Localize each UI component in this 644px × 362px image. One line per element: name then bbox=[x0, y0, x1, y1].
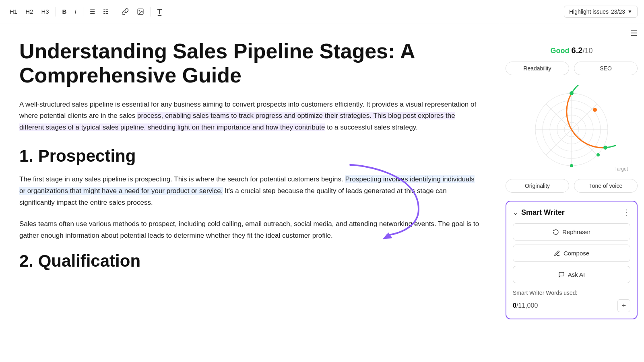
originality-button[interactable]: Originality bbox=[506, 179, 569, 193]
section1-body1: The first stage in any sales pipeline is… bbox=[19, 174, 479, 209]
compose-label: Compose bbox=[564, 250, 589, 257]
score-good-text: Good bbox=[551, 47, 570, 55]
radar-svg bbox=[527, 85, 616, 174]
italic-button[interactable]: I bbox=[71, 6, 79, 16]
smart-writer-title: Smart Writer bbox=[521, 208, 620, 217]
document-title: Understanding Sales Pipeline Stages: A C… bbox=[19, 39, 479, 88]
compose-button[interactable]: Compose bbox=[513, 245, 630, 262]
toolbar: H1 H2 H3 B I ☰ ☷ T̲ Highlight issues 23/… bbox=[0, 0, 644, 23]
unordered-list-button[interactable]: ☷ bbox=[100, 6, 111, 17]
right-panel: ☰ Good 6.2/10 Readability SEO bbox=[499, 23, 644, 362]
separator-2 bbox=[83, 7, 83, 16]
ask-ai-button[interactable]: Ask AI bbox=[513, 266, 630, 283]
score-section: Good 6.2/10 bbox=[499, 43, 644, 62]
svg-point-1 bbox=[139, 10, 140, 11]
issue-count: 23/23 bbox=[611, 8, 625, 15]
add-words-button[interactable]: + bbox=[617, 299, 630, 312]
metric-buttons-bottom: Originality Tone of voice bbox=[499, 179, 644, 197]
smart-writer-chevron-icon[interactable]: ⌄ bbox=[513, 209, 518, 216]
bold-button[interactable]: B bbox=[59, 6, 70, 16]
svg-point-14 bbox=[570, 164, 573, 167]
rephraser-icon bbox=[553, 229, 559, 235]
h2-button[interactable]: H2 bbox=[22, 6, 36, 16]
compose-icon bbox=[554, 250, 560, 257]
score-value: 6.2 bbox=[572, 46, 583, 55]
h1-button[interactable]: H1 bbox=[6, 6, 21, 16]
section1-title: 1. Prospecting bbox=[19, 146, 479, 166]
highlight-issues-button[interactable]: Highlight issues 23/23 ▼ bbox=[564, 6, 638, 18]
rephraser-label: Rephraser bbox=[562, 228, 590, 235]
panel-menu-button[interactable]: ☰ bbox=[630, 28, 638, 38]
ask-ai-label: Ask AI bbox=[568, 271, 585, 278]
separator-3 bbox=[115, 7, 115, 16]
radar-chart: Target bbox=[499, 83, 644, 176]
words-count-row: 0/11,000 + bbox=[513, 299, 630, 312]
rephraser-button[interactable]: Rephraser bbox=[513, 223, 630, 241]
separator-1 bbox=[56, 7, 56, 16]
clear-format-button[interactable]: T̲ bbox=[154, 6, 165, 18]
section1-body2: Sales teams often use various methods to… bbox=[19, 218, 479, 242]
intro-paragraph: A well-structured sales pipeline is esse… bbox=[19, 99, 479, 134]
words-count-display: 0/11,000 bbox=[513, 302, 538, 309]
seo-button[interactable]: SEO bbox=[574, 62, 638, 75]
svg-point-15 bbox=[597, 153, 600, 156]
target-label: Target bbox=[615, 166, 628, 172]
svg-point-11 bbox=[603, 146, 607, 150]
ordered-list-button[interactable]: ☰ bbox=[87, 6, 98, 17]
image-button[interactable] bbox=[134, 6, 147, 17]
section2-title: 2. Qualification bbox=[19, 251, 479, 271]
editor-area[interactable]: Understanding Sales Pipeline Stages: A C… bbox=[0, 23, 499, 362]
smart-writer-header: ⌄ Smart Writer ⋮ bbox=[513, 208, 630, 217]
main-layout: Understanding Sales Pipeline Stages: A C… bbox=[0, 23, 644, 362]
section1-highlight-1: Prospecting involves identifying individ… bbox=[19, 175, 475, 195]
score-denom: /10 bbox=[582, 47, 592, 55]
words-count-total: /11,000 bbox=[516, 302, 538, 309]
smart-writer-menu-button[interactable]: ⋮ bbox=[623, 208, 630, 217]
words-used-label: Smart Writer Words used: bbox=[513, 290, 630, 296]
svg-point-12 bbox=[570, 91, 574, 95]
readability-button[interactable]: Readability bbox=[506, 62, 569, 75]
words-count-value: 0 bbox=[513, 302, 516, 309]
metric-buttons-top: Readability SEO bbox=[499, 62, 644, 80]
separator-4 bbox=[151, 7, 151, 16]
svg-point-13 bbox=[593, 108, 597, 112]
chevron-down-icon: ▼ bbox=[627, 9, 632, 14]
smart-writer-box: ⌄ Smart Writer ⋮ Rephraser Compose Ask A… bbox=[506, 201, 638, 319]
tone-of-voice-button[interactable]: Tone of voice bbox=[574, 179, 638, 193]
link-button[interactable] bbox=[118, 6, 132, 17]
score-label: Good 6.2/10 bbox=[509, 46, 634, 55]
intro-highlight-1: process, enabling sales teams to track p… bbox=[19, 112, 455, 131]
panel-header: ☰ bbox=[499, 23, 644, 43]
ask-ai-icon bbox=[558, 272, 565, 278]
highlight-issues-label: Highlight issues bbox=[569, 8, 609, 15]
h3-button[interactable]: H3 bbox=[38, 6, 52, 16]
